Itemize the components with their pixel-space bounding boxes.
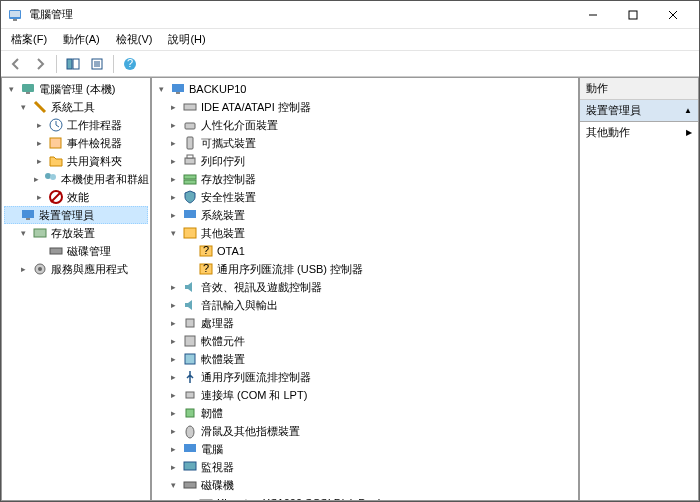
device-ota1[interactable]: ?OTA1 [154, 242, 576, 260]
toolbar-separator [113, 55, 114, 73]
minimize-button[interactable] [573, 2, 613, 28]
svg-rect-38 [184, 210, 196, 218]
window-title: 電腦管理 [29, 7, 573, 22]
svg-rect-8 [73, 59, 79, 69]
portable-icon [182, 135, 198, 151]
close-button[interactable] [653, 2, 693, 28]
device-storage-controllers[interactable]: ▸存放控制器 [154, 170, 576, 188]
show-hide-button[interactable] [62, 53, 84, 75]
services-icon [32, 261, 48, 277]
menu-file[interactable]: 檔案(F) [5, 30, 53, 49]
device-ports[interactable]: ▸連接埠 (COM 和 LPT) [154, 386, 576, 404]
svg-rect-45 [185, 336, 195, 346]
device-firmware[interactable]: ▸韌體 [154, 404, 576, 422]
unknown-icon: ? [198, 261, 214, 277]
menubar: 檔案(F) 動作(A) 檢視(V) 說明(H) [1, 29, 699, 51]
help-button[interactable]: ? [119, 53, 141, 75]
svg-rect-48 [186, 409, 194, 417]
tree-system-tools[interactable]: ▾系統工具 [4, 98, 148, 116]
device-tree[interactable]: ▾BACKUP10 ▸IDE ATA/ATAPI 控制器 ▸人性化介面裝置 ▸可… [151, 77, 579, 501]
svg-line-22 [51, 192, 61, 202]
device-disk1[interactable]: Kingston XS1000 SCSI Disk Device [154, 494, 576, 501]
computer-icon [182, 441, 198, 457]
svg-point-28 [38, 267, 42, 271]
device-monitors[interactable]: ▸監視器 [154, 458, 576, 476]
users-icon [42, 171, 58, 187]
tree-local-users[interactable]: ▸本機使用者和群組 [4, 170, 148, 188]
tree-root[interactable]: ▾電腦管理 (本機) [4, 80, 148, 98]
forward-button[interactable] [29, 53, 51, 75]
menu-help[interactable]: 說明(H) [162, 30, 211, 49]
svg-rect-15 [22, 84, 34, 92]
component-icon [182, 333, 198, 349]
device-sound[interactable]: ▸音效、視訊及遊戲控制器 [154, 278, 576, 296]
device-computer[interactable]: ▾BACKUP10 [154, 80, 576, 98]
tree-services[interactable]: ▸服務與應用程式 [4, 260, 148, 278]
usb-icon [182, 369, 198, 385]
disk-icon [48, 243, 64, 259]
svg-rect-50 [184, 444, 196, 452]
svg-rect-47 [186, 392, 194, 398]
maximize-button[interactable] [613, 2, 653, 28]
tree-device-manager[interactable]: 裝置管理員 [4, 206, 148, 224]
toolbar: ? [1, 51, 699, 77]
security-icon [182, 189, 198, 205]
svg-rect-29 [172, 84, 184, 92]
performance-icon [48, 189, 64, 205]
device-other[interactable]: ▾其他裝置 [154, 224, 576, 242]
actions-selected[interactable]: 裝置管理員▲ [580, 100, 698, 122]
tree-disk-management[interactable]: 磁碟管理 [4, 242, 148, 260]
svg-rect-1 [10, 11, 20, 17]
software-icon [182, 351, 198, 367]
device-security[interactable]: ▸安全性裝置 [154, 188, 576, 206]
device-mice[interactable]: ▸滑鼠及其他指標裝置 [154, 422, 576, 440]
svg-point-49 [186, 426, 194, 438]
svg-rect-39 [184, 228, 196, 238]
window-controls [573, 2, 693, 28]
svg-point-20 [50, 174, 56, 180]
svg-text:?: ? [203, 262, 209, 274]
expand-icon: ▶ [686, 128, 692, 137]
device-ide[interactable]: ▸IDE ATA/ATAPI 控制器 [154, 98, 576, 116]
navigation-tree[interactable]: ▾電腦管理 (本機) ▾系統工具 ▸工作排程器 ▸事件檢視器 ▸共用資料夾 ▸本… [1, 77, 151, 501]
device-processors[interactable]: ▸處理器 [154, 314, 576, 332]
device-software-devices[interactable]: ▸軟體裝置 [154, 350, 576, 368]
svg-rect-36 [184, 175, 196, 179]
back-button[interactable] [5, 53, 27, 75]
device-audio-io[interactable]: ▸音訊輸入與輸出 [154, 296, 576, 314]
svg-rect-32 [185, 123, 195, 129]
menu-action[interactable]: 動作(A) [57, 30, 106, 49]
device-print-queues[interactable]: ▸列印佇列 [154, 152, 576, 170]
device-portable[interactable]: ▸可攜式裝置 [154, 134, 576, 152]
tree-shared-folders[interactable]: ▸共用資料夾 [4, 152, 148, 170]
svg-text:?: ? [127, 57, 133, 69]
properties-button[interactable] [86, 53, 108, 75]
device-computer-category[interactable]: ▸電腦 [154, 440, 576, 458]
svg-rect-4 [629, 11, 637, 19]
device-system[interactable]: ▸系統裝置 [154, 206, 576, 224]
hid-icon [182, 117, 198, 133]
device-disk-drives[interactable]: ▾磁碟機 [154, 476, 576, 494]
event-icon [48, 135, 64, 151]
device-hid[interactable]: ▸人性化介面裝置 [154, 116, 576, 134]
device-usb-controllers[interactable]: ▸通用序列匯流排控制器 [154, 368, 576, 386]
storage-icon [32, 225, 48, 241]
computer-icon [20, 81, 36, 97]
actions-other[interactable]: 其他動作▶ [580, 122, 698, 143]
tree-storage[interactable]: ▾存放裝置 [4, 224, 148, 242]
tree-performance[interactable]: ▸效能 [4, 188, 148, 206]
computer-icon [170, 81, 186, 97]
menu-view[interactable]: 檢視(V) [110, 30, 159, 49]
computer-management-window: 電腦管理 檔案(F) 動作(A) 檢視(V) 說明(H) ? ▾電腦管理 (本機… [0, 0, 700, 502]
svg-rect-30 [176, 92, 180, 94]
tree-event-viewer[interactable]: ▸事件檢視器 [4, 134, 148, 152]
svg-rect-2 [13, 19, 17, 21]
mouse-icon [182, 423, 198, 439]
device-usb-unknown[interactable]: ?通用序列匯流排 (USB) 控制器 [154, 260, 576, 278]
svg-rect-51 [184, 462, 196, 470]
svg-rect-34 [185, 158, 195, 164]
firmware-icon [182, 405, 198, 421]
tree-task-scheduler[interactable]: ▸工作排程器 [4, 116, 148, 134]
svg-rect-23 [22, 210, 34, 218]
device-firmware-components[interactable]: ▸軟體元件 [154, 332, 576, 350]
